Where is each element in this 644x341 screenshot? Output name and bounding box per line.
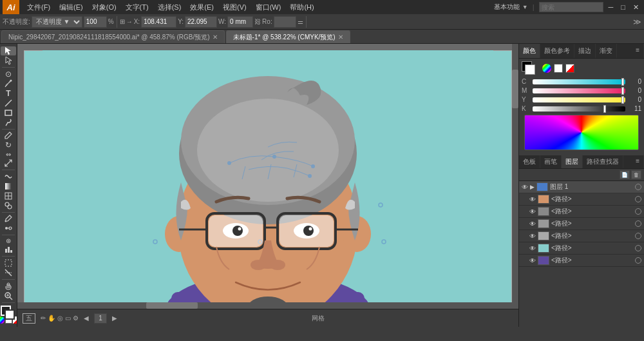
panel-toggle-icon[interactable]: ≫	[633, 17, 641, 26]
tab-brushes[interactable]: 画笔	[540, 155, 562, 168]
layer-item-5[interactable]: 👁 <路径>	[519, 242, 644, 255]
make-layer-btn[interactable]: 📄	[620, 170, 630, 179]
pen-tool[interactable]	[1, 79, 16, 88]
k-thumb[interactable]	[603, 105, 606, 113]
menu-help[interactable]: 帮助(H)	[286, 1, 317, 14]
paintbrush-tool[interactable]	[1, 118, 16, 127]
tab-gradient[interactable]: 渐变	[596, 44, 617, 58]
vertical-scroll-thumb[interactable]	[512, 70, 518, 108]
tab-file1[interactable]: Nipic_29842067_20190824111818554000.ai* …	[1, 30, 225, 43]
circle-status-icon[interactable]: ◎	[57, 315, 63, 322]
search-input[interactable]	[539, 2, 603, 12]
chart-tool[interactable]	[1, 245, 16, 254]
gradient-tool[interactable]	[1, 182, 16, 191]
mesh-tool[interactable]	[1, 191, 16, 200]
hand-status-icon[interactable]: ✋	[48, 315, 55, 322]
layer-eye-4[interactable]: 👁	[529, 233, 536, 240]
mirror-tool[interactable]: ⇔	[1, 150, 16, 158]
workspace-dropdown-icon[interactable]: ▼	[522, 4, 528, 10]
page-number[interactable]	[94, 313, 107, 324]
layer-circle-6[interactable]	[635, 257, 641, 264]
color-wheel-icon[interactable]	[542, 64, 551, 73]
eyedropper-tool[interactable]	[1, 214, 16, 223]
layer-eye-6[interactable]: 👁	[529, 257, 536, 264]
y-thumb[interactable]	[621, 96, 624, 104]
close-button[interactable]: ✕	[630, 3, 641, 12]
tab-pathfinder[interactable]: 路径查找器	[583, 155, 623, 168]
opacity-dropdown[interactable]: 不透明度 ▼	[32, 16, 82, 28]
fill-stroke-indicator[interactable]	[1, 306, 16, 314]
blend-tool[interactable]	[1, 224, 16, 233]
page-next[interactable]: ▶	[112, 315, 117, 322]
settings-icon[interactable]: ⚙	[73, 315, 79, 322]
layer-eye-5[interactable]: 👁	[529, 245, 536, 252]
menu-effect[interactable]: 效果(E)	[186, 1, 218, 14]
tab-stroke[interactable]: 描边	[574, 44, 596, 58]
x-input[interactable]	[141, 16, 176, 28]
slice-tool[interactable]	[1, 268, 16, 277]
layer-item-3[interactable]: 👁 <路径>	[519, 218, 644, 230]
layer-item-2[interactable]: 👁 <路径>	[519, 206, 644, 218]
hand-tool[interactable]	[1, 282, 16, 291]
y-input[interactable]	[185, 16, 217, 28]
layer-circle-2[interactable]	[635, 208, 641, 215]
horizontal-scroll-thumb[interactable]	[146, 302, 198, 309]
layer-circle-3[interactable]	[635, 220, 641, 227]
y-slider[interactable]	[533, 97, 625, 102]
delete-layer-btn[interactable]: 🗑	[631, 170, 641, 179]
layer-circle-4[interactable]	[635, 233, 641, 239]
vertical-scrollbar[interactable]	[512, 44, 518, 309]
scale-tool[interactable]	[1, 159, 16, 168]
k-slider[interactable]	[533, 106, 625, 112]
layer-item-1[interactable]: 👁 <路径>	[519, 193, 644, 206]
tab-file2-close[interactable]: ✕	[338, 34, 343, 41]
layer-target-circle[interactable]	[635, 184, 641, 190]
layer-eye-1[interactable]: 👁	[529, 196, 536, 203]
direct-selection-tool[interactable]	[1, 56, 16, 65]
layer-item-6[interactable]: 👁 <路径>	[519, 255, 644, 267]
menu-type[interactable]: 文字(T)	[122, 1, 153, 14]
type-tool[interactable]: T	[1, 89, 16, 98]
panel-menu-btn[interactable]: ≡	[632, 44, 644, 58]
tab-file2[interactable]: 未标题-1* @ 538.22% (CMYK/预览) ✕	[226, 30, 350, 43]
layer-group-1[interactable]: 👁 ▶ 图层 1	[519, 181, 644, 193]
zoom-tool[interactable]	[1, 291, 16, 300]
horizontal-scrollbar[interactable]	[17, 302, 512, 309]
line-tool[interactable]	[1, 99, 16, 108]
color-mode-color[interactable]	[0, 317, 5, 324]
stroke-box[interactable]	[525, 64, 535, 75]
ro-input[interactable]	[274, 16, 296, 28]
minimize-button[interactable]: ─	[606, 3, 616, 11]
pencil-tool[interactable]	[1, 131, 16, 140]
color-spectrum[interactable]	[524, 115, 639, 150]
warp-tool[interactable]	[1, 172, 16, 181]
layer-item-4[interactable]: 👁 <路径>	[519, 230, 644, 242]
white-swatch[interactable]	[554, 64, 563, 73]
c-thumb[interactable]	[621, 78, 624, 86]
group-expand-icon[interactable]: ▶	[530, 184, 535, 190]
m-thumb[interactable]	[621, 87, 624, 95]
tab-layers[interactable]: 图层	[562, 155, 583, 168]
menu-view[interactable]: 视图(V)	[219, 1, 251, 14]
layers-menu-btn[interactable]: ≡	[632, 155, 644, 168]
tab-color[interactable]: 颜色	[519, 44, 540, 58]
selection-tool[interactable]	[1, 46, 16, 55]
fill-stroke-selector[interactable]	[522, 61, 540, 75]
group-eye-icon[interactable]: 👁	[522, 184, 528, 191]
tab-swatches[interactable]: 色板	[519, 155, 540, 168]
w-input[interactable]	[227, 16, 253, 28]
c-slider[interactable]	[533, 79, 625, 84]
layer-circle-1[interactable]	[635, 196, 641, 202]
lasso-tool[interactable]: ⊙	[1, 70, 16, 79]
layer-eye-2[interactable]: 👁	[529, 208, 536, 215]
layer-eye-3[interactable]: 👁	[529, 220, 536, 228]
artboard-tool[interactable]	[1, 258, 16, 268]
menu-object[interactable]: 对象(O)	[88, 1, 120, 14]
rect-tool[interactable]	[1, 108, 16, 117]
layer-circle-5[interactable]	[635, 245, 641, 251]
m-slider[interactable]	[533, 88, 625, 93]
page-prev[interactable]: ◀	[84, 315, 89, 322]
none-swatch[interactable]	[565, 64, 574, 73]
pencil-icon[interactable]: ✏	[41, 315, 46, 322]
restore-button[interactable]: □	[618, 3, 628, 11]
